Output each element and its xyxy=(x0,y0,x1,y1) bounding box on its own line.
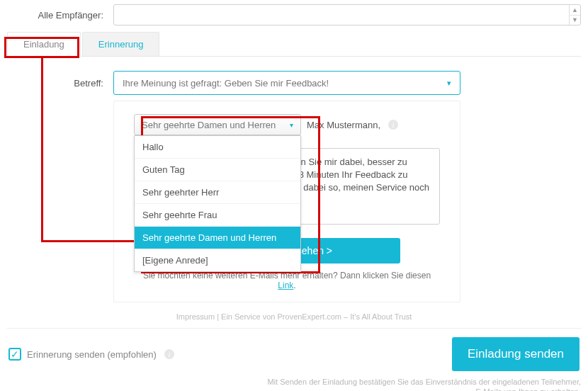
email-card: Sehr geehrte Damen und Herren ▾ HalloGut… xyxy=(113,101,460,302)
salutation-dropdown-list[interactable]: HalloGuten TagSehr geehrter HerrSehr gee… xyxy=(134,135,301,272)
recipients-stepper: ▲ ▼ xyxy=(569,5,580,25)
stepper-down-icon[interactable]: ▼ xyxy=(570,16,580,26)
consent-text: Mit Senden der Einladung bestätigen Sie … xyxy=(7,377,581,391)
send-invitation-button[interactable]: Einladung senden xyxy=(452,337,579,371)
salutation-option[interactable]: Guten Tag xyxy=(135,158,300,181)
imprint-text: Impressum | Ein Service von ProvenExpert… xyxy=(7,312,581,321)
recipients-label: Alle Empfänger: xyxy=(7,10,106,21)
reminder-checkbox[interactable]: ✓ xyxy=(9,348,21,361)
tab-reminder[interactable]: Erinnerung xyxy=(82,32,160,56)
subject-label: Betreff: xyxy=(7,78,106,89)
salutation-selected-text: Sehr geehrte Damen und Herren xyxy=(142,120,276,130)
info-icon[interactable]: i xyxy=(164,349,174,359)
recipients-input[interactable] xyxy=(113,4,581,26)
tabs-bar: Einladung Erinnerung xyxy=(7,31,581,57)
info-icon[interactable]: i xyxy=(388,120,398,130)
salutation-option[interactable]: Sehr geehrter Herr xyxy=(135,181,300,203)
subject-select[interactable]: Ihre Meinung ist gefragt: Geben Sie mir … xyxy=(113,71,460,95)
salutation-select[interactable]: Sehr geehrte Damen und Herren ▾ xyxy=(134,114,301,135)
recipient-name-placeholder: Max Mustermann, xyxy=(307,120,380,130)
salutation-option[interactable]: [Eigene Anrede] xyxy=(135,249,300,271)
salutation-option[interactable]: Sehr geehrte Damen und Herren xyxy=(135,226,300,249)
chevron-down-icon: ▾ xyxy=(447,79,451,88)
opt-out-link[interactable]: Link xyxy=(278,280,293,290)
subject-selected-text: Ihre Meinung ist gefragt: Geben Sie mir … xyxy=(123,78,329,89)
salutation-option[interactable]: Hallo xyxy=(135,136,300,158)
salutation-option[interactable]: Sehr geehrte Frau xyxy=(135,203,300,226)
chevron-down-icon: ▾ xyxy=(290,121,293,129)
tab-invitation[interactable]: Einladung xyxy=(7,32,81,57)
stepper-up-icon[interactable]: ▲ xyxy=(570,5,580,16)
opt-out-text: Sie möchten keine weiteren E-Mails mehr … xyxy=(134,271,440,290)
reminder-checkbox-label: Erinnerung senden (empfohlen) xyxy=(27,349,157,360)
